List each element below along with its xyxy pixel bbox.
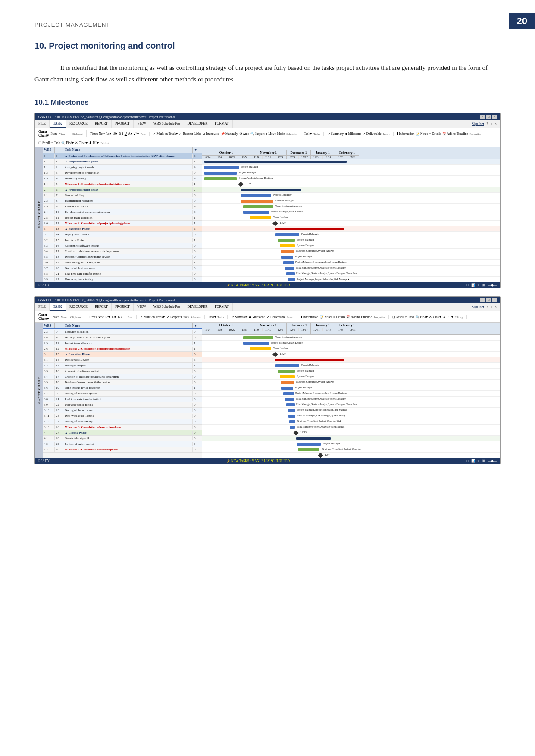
gantt2-btn[interactable]: GanttChart▾ — [38, 313, 49, 321]
scroll-to-task-btn[interactable]: ⊞ Scroll to Task — [38, 141, 60, 145]
details-btn[interactable]: ≡ Details — [429, 132, 441, 136]
g2-bar-label-12: Risk Manager,System Analyst,System Desig… — [296, 397, 346, 400]
fill2-btn[interactable]: ⬇ Fill▾ — [443, 315, 453, 319]
tab2-file[interactable]: FILE — [35, 303, 50, 311]
maximize-btn-2[interactable]: □ — [486, 298, 491, 302]
g2c-wbs-18: 3.13 — [43, 425, 55, 429]
summary2-btn[interactable]: ↗ Summary — [231, 315, 247, 319]
respect-links2[interactable]: ↗ Respect Links — [166, 315, 189, 319]
gantt-btn[interactable]: GanttChart▾ — [38, 130, 49, 137]
auto-btn[interactable]: ⚙ Auto — [239, 132, 249, 136]
bold-btn[interactable]: B — [119, 132, 121, 136]
find2-btn[interactable]: 🔍 Find▾ — [416, 315, 428, 319]
details2-btn[interactable]: ≡ Details — [333, 315, 345, 319]
italic2-btn[interactable]: I — [121, 315, 122, 319]
g2c-wbs-14: 3.9 — [43, 403, 55, 407]
underline2-btn[interactable]: U — [123, 315, 125, 319]
tab-report[interactable]: REPORT — [91, 120, 112, 128]
minimize-btn-2[interactable]: − — [480, 298, 485, 302]
g2c-wbs-17: 3.12 — [43, 419, 55, 424]
notes-btn[interactable]: 📝 Notes — [416, 132, 428, 136]
g2-bar-21 — [298, 448, 319, 451]
clear2-btn[interactable]: ✕ Clear▾ — [429, 315, 441, 319]
tab2-developer[interactable]: DEVELOPER — [184, 303, 212, 311]
g2-chart-row-19 — [202, 436, 500, 441]
font-size-select[interactable]: 10▾ — [113, 132, 118, 136]
move-btn[interactable]: ↕ Move — [266, 132, 276, 136]
tab-view[interactable]: VIEW — [134, 120, 150, 128]
inspect-btn[interactable]: 🔍 Inspect — [250, 132, 265, 136]
tab-wbs[interactable]: WBS Schedule Pro — [150, 120, 184, 128]
scroll2-btn[interactable]: ⊞ Scroll to Task — [392, 315, 414, 319]
chart-row-4: 11/13 — [202, 181, 500, 187]
fill-btn[interactable]: ⬇ Fill▾ — [89, 141, 99, 145]
maximize-btn[interactable]: □ — [486, 115, 491, 119]
gantt2-window-controls: − □ × — [480, 298, 497, 302]
g2-week-123: 12/3 — [274, 328, 286, 331]
font2-size[interactable]: 10▾ — [111, 315, 116, 319]
task2-btn[interactable]: Task▾ — [208, 315, 216, 319]
mark-on-track2[interactable]: ✓ Mark on Track▾ — [140, 315, 165, 319]
tab-file[interactable]: FILE — [35, 120, 50, 128]
close-btn[interactable]: × — [492, 115, 497, 119]
ribbon2-insert-label: Insert — [287, 316, 294, 319]
cell-dur-8: 9 — [193, 199, 202, 203]
close-btn-2[interactable]: × — [492, 298, 497, 302]
tab-format[interactable]: FORMAT — [211, 120, 232, 128]
deliverable2-btn[interactable]: ↗ Deliverable — [266, 315, 285, 319]
manually-btn[interactable]: 📌 Manually — [221, 132, 238, 136]
add-timeline2-btn[interactable]: 📅 Add to Timeline — [346, 315, 372, 319]
font2-select[interactable]: Times New Ro▾ — [89, 315, 110, 319]
tab2-project[interactable]: PROJECT — [112, 303, 134, 311]
g2-bar-3 — [250, 347, 271, 350]
underline-btn[interactable]: U — [125, 132, 127, 136]
milestone2-btn[interactable]: ◆ Milestone — [249, 315, 265, 319]
task-btn[interactable]: Task▾ — [304, 132, 312, 136]
gantt1-table: WBS Task Name ▼ 0 0 ▲ Design and Develop… — [43, 147, 202, 282]
g2-bar-8 — [280, 375, 295, 378]
tab2-wbs[interactable]: WBS Schedule Pro — [150, 303, 184, 311]
mode-btn[interactable]: Mode — [277, 132, 285, 136]
font-color-btn[interactable]: A▾ — [128, 132, 132, 136]
cell-task-5: Milestone 1: Completion of project initi… — [63, 182, 193, 186]
add-timeline-btn[interactable]: 📅 Add to Timeline — [442, 132, 468, 136]
minimize-btn[interactable]: − — [480, 115, 485, 119]
mark-on-track-btn[interactable]: ✓ Mark on Track▾ — [153, 132, 178, 136]
milestone-btn[interactable]: ◆ Milestone — [345, 132, 361, 136]
bg-color-btn[interactable]: 🖌▾ — [134, 132, 139, 136]
ribbon2-schedule-label: Schedule — [191, 316, 201, 319]
clear-btn[interactable]: ✕ Clear▾ — [75, 141, 88, 145]
italic-btn[interactable]: I — [122, 132, 123, 136]
sign-in-link-2[interactable]: Sign In ▾ — [472, 305, 484, 309]
tab2-report[interactable]: REPORT — [91, 303, 112, 311]
tab2-task[interactable]: TASK — [50, 303, 66, 311]
information-btn[interactable]: ℹ Information — [397, 132, 415, 136]
tab2-resource[interactable]: RESOURCE — [66, 303, 91, 311]
font-select[interactable]: Times New Ro▾ — [90, 132, 111, 136]
tab-developer[interactable]: DEVELOPER — [184, 120, 212, 128]
summary-btn[interactable]: ↗ Summary — [327, 132, 344, 136]
tab-task[interactable]: TASK — [50, 120, 66, 128]
bar-14 — [278, 239, 295, 242]
gantt2-row-1: 2.3 9 Resource allocation 9 — [43, 329, 202, 335]
cell-id-3: 3 — [55, 171, 63, 175]
g2c-task-2: Development of communication plan — [63, 335, 193, 340]
sign-in-link[interactable]: Sign In ▾ — [472, 122, 484, 126]
inactivate-btn[interactable]: ⊘ Inactivate — [203, 132, 219, 136]
tab2-format[interactable]: FORMAT — [211, 303, 232, 311]
g2c-id-7: 15 — [55, 363, 63, 368]
cell-wbs-14: 3.1 — [43, 232, 55, 237]
tab-project[interactable]: PROJECT — [112, 120, 134, 128]
paste-btn[interactable]: Paste — [50, 132, 57, 136]
bold2-btn[interactable]: B — [118, 315, 120, 319]
paste2-btn[interactable]: Paste — [52, 315, 59, 319]
information2-btn[interactable]: ℹ Information — [301, 315, 319, 319]
respect-links-btn[interactable]: ↗ Respect Links — [179, 132, 201, 136]
g2c-dur-12: 0 — [193, 391, 202, 396]
deliverable-btn[interactable]: ↗ Deliverable — [363, 132, 382, 136]
tab2-view[interactable]: VIEW — [134, 303, 150, 311]
tab-resource[interactable]: RESOURCE — [66, 120, 91, 128]
gantt2-row-6: 3.1 14 Deployment Device 5 — [43, 357, 202, 363]
find-btn[interactable]: 🔍 Find▾ — [61, 141, 74, 145]
notes2-btn[interactable]: 📝 Notes — [320, 315, 332, 319]
